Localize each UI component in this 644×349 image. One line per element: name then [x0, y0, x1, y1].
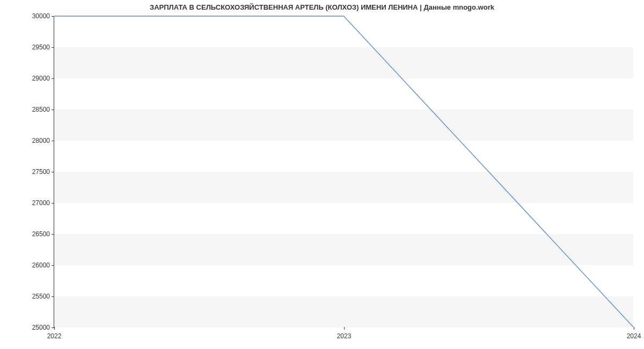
chart-area: 2500025500260002650027000275002800028500… [54, 16, 633, 328]
x-tick-mark [344, 327, 345, 330]
plot-area: 2500025500260002650027000275002800028500… [54, 16, 633, 328]
y-tick-mark [52, 234, 54, 235]
y-tick-mark [52, 141, 54, 141]
x-tick-mark [54, 327, 55, 330]
y-tick-label: 26000 [32, 261, 50, 269]
y-tick-mark [52, 265, 54, 266]
x-tick-mark [634, 327, 634, 330]
y-tick-label: 27500 [32, 168, 50, 176]
line-series [54, 16, 633, 327]
y-tick-label: 25000 [32, 324, 50, 331]
y-tick-label: 28000 [32, 137, 50, 144]
x-tick-label: 2024 [627, 332, 641, 340]
y-tick-mark [52, 16, 54, 17]
y-tick-label: 28500 [32, 106, 50, 113]
y-tick-mark [52, 172, 54, 172]
y-tick-label: 29500 [32, 43, 50, 51]
y-tick-mark [52, 110, 54, 110]
y-tick-mark [52, 296, 54, 297]
x-tick-label: 2022 [47, 332, 62, 340]
y-tick-mark [52, 78, 54, 79]
chart-title: ЗАРПЛАТА В СЕЛЬСКОХОЗЯЙСТВЕННАЯ АРТЕЛЬ (… [0, 0, 644, 13]
x-tick-label: 2023 [337, 332, 352, 340]
y-tick-mark [52, 47, 54, 48]
y-tick-label: 30000 [32, 12, 50, 20]
y-tick-label: 25500 [32, 293, 50, 300]
y-tick-label: 26500 [32, 230, 50, 238]
y-tick-label: 29000 [32, 75, 50, 82]
y-tick-mark [52, 203, 54, 203]
y-tick-label: 27000 [32, 199, 50, 207]
